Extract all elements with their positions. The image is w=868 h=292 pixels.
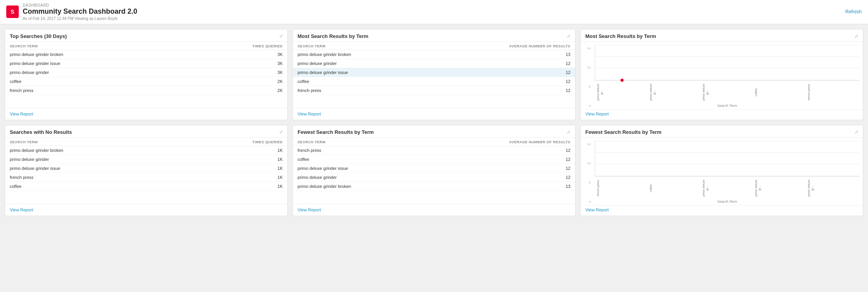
- table-row: french press 12: [293, 146, 575, 155]
- fewest-results-table-header: Fewest Search Results by Term ⤢: [293, 125, 575, 138]
- view-report-link[interactable]: View Report: [298, 207, 321, 212]
- fewest-results-chart-area: 14 10 5 0: [581, 138, 863, 205]
- x-axis-title: Search Term: [595, 200, 860, 204]
- x-label: coffee: [649, 177, 700, 199]
- top-searches-widget: Top Searches (30 Days) ⤢ SEARCH TERM TIM…: [5, 29, 288, 120]
- top-searches-table: SEARCH TERM TIMES QUERIED primo deluxe g…: [5, 42, 287, 95]
- most-results-table: SEARCH TERM AVERAGE NUMBER OF RESULTS pr…: [293, 42, 575, 95]
- expand-icon[interactable]: ⤢: [567, 130, 570, 135]
- fewest-results-chart-footer: View Report: [581, 205, 863, 216]
- x-label: primo deluxe gr...: [807, 177, 858, 199]
- x-labels: french press coffee primo deluxe gr... p…: [595, 177, 860, 199]
- col-times-queried: TIMES QUERIED: [252, 44, 283, 48]
- table-row: coffee 12: [293, 77, 575, 86]
- no-results-header: Searches with No Results ⤢: [5, 125, 287, 138]
- table-row: coffee 12: [293, 155, 575, 164]
- dashboard-grid: Top Searches (30 Days) ⤢ SEARCH TERM TIM…: [0, 24, 868, 221]
- table-row: french press 12: [293, 86, 575, 95]
- y-tick: 14: [587, 142, 591, 146]
- y-tick: 0: [587, 104, 591, 108]
- header-title-block: DASHBOARD Community Search Dashboard 2.0…: [23, 3, 137, 21]
- app-logo: S: [6, 5, 19, 18]
- most-results-table-title: Most Search Results by Term: [298, 33, 368, 39]
- x-label: french press: [596, 177, 647, 199]
- table-row: primo deluxe grinder broken 13: [293, 182, 575, 191]
- table-row: primo deluxe grinder issue 12: [293, 164, 575, 173]
- col-search-term: SEARCH TERM: [298, 140, 326, 144]
- fewest-results-chart-widget: Fewest Search Results by Term ⤢ 14 10 5 …: [580, 125, 863, 216]
- most-results-table-widget: Most Search Results by Term ⤢ SEARCH TER…: [292, 29, 576, 120]
- table-row: primo deluxe grinder 12: [293, 59, 575, 68]
- table-row: primo deluxe grinder 3K: [5, 68, 287, 77]
- top-searches-footer: View Report: [5, 108, 287, 120]
- no-results-title: Searches with No Results: [10, 129, 72, 135]
- header-left: S DASHBOARD Community Search Dashboard 2…: [6, 3, 137, 21]
- table-row: primo deluxe grinder issue 1K: [5, 164, 287, 173]
- x-label: primo deluxe gr...: [702, 177, 753, 199]
- fewest-results-col-headers: SEARCH TERM AVERAGE NUMBER OF RESULTS: [293, 138, 575, 146]
- x-label: coffee: [754, 81, 805, 103]
- top-searches-header: Top Searches (30 Days) ⤢: [5, 29, 287, 42]
- y-tick: 5: [587, 85, 591, 88]
- x-axis-title: Search Term: [595, 104, 860, 108]
- table-row: french press 1K: [5, 173, 287, 182]
- page-meta: As of Feb 14, 2017 11:44 PM Viewing as L…: [23, 16, 137, 21]
- x-label: primo deluxe gr...: [754, 177, 805, 199]
- fewest-results-table-footer: View Report: [293, 204, 575, 216]
- table-row: primo deluxe grinder broken 1K: [5, 146, 287, 155]
- table-row: primo deluxe grinder issue 12: [293, 68, 575, 77]
- table-row: french press 2K: [5, 86, 287, 95]
- most-results-chart-widget: Most Search Results by Term ⤢ 14 10 5 0: [580, 29, 863, 120]
- no-results-widget: Searches with No Results ⤢ SEARCH TERM T…: [5, 125, 288, 216]
- most-results-col-headers: SEARCH TERM AVERAGE NUMBER OF RESULTS: [293, 42, 575, 50]
- page-title: Community Search Dashboard 2.0: [23, 7, 137, 16]
- view-report-link[interactable]: View Report: [298, 112, 321, 116]
- fewest-results-table-widget: Fewest Search Results by Term ⤢ SEARCH T…: [292, 125, 576, 216]
- most-results-chart-title: Most Search Results by Term: [585, 33, 656, 39]
- top-searches-title: Top Searches (30 Days): [10, 33, 67, 39]
- table-row: primo deluxe grinder broken 3K: [5, 50, 287, 59]
- header: S DASHBOARD Community Search Dashboard 2…: [0, 0, 868, 24]
- x-labels: primo deluxe gr... primo deluxe gr... pr…: [595, 81, 860, 103]
- y-tick: 0: [587, 200, 591, 204]
- col-avg-results: AVERAGE NUMBER OF RESULTS: [509, 140, 570, 144]
- fewest-results-table: SEARCH TERM AVERAGE NUMBER OF RESULTS fr…: [293, 138, 575, 191]
- expand-icon[interactable]: ⤢: [279, 34, 283, 39]
- fewest-results-table-title: Fewest Search Results by Term: [298, 129, 374, 135]
- expand-icon[interactable]: ⤢: [855, 34, 858, 39]
- col-search-term: SEARCH TERM: [10, 44, 38, 48]
- no-results-table: SEARCH TERM TIMES QUERIED primo deluxe g…: [5, 138, 287, 191]
- table-row: coffee 1K: [5, 182, 287, 191]
- refresh-button[interactable]: Refresh: [845, 9, 862, 14]
- x-label: primo deluxe gr...: [596, 81, 647, 103]
- col-search-term: SEARCH TERM: [298, 44, 326, 48]
- expand-icon[interactable]: ⤢: [855, 130, 858, 135]
- x-label: primo deluxe gr...: [702, 81, 753, 103]
- view-report-link[interactable]: View Report: [585, 207, 609, 212]
- view-report-link[interactable]: View Report: [585, 112, 609, 116]
- col-search-term: SEARCH TERM: [10, 140, 38, 144]
- view-report-link[interactable]: View Report: [10, 207, 33, 212]
- most-results-table-footer: View Report: [293, 108, 575, 120]
- view-report-link[interactable]: View Report: [10, 112, 33, 116]
- table-row: primo deluxe grinder issue 3K: [5, 59, 287, 68]
- expand-icon[interactable]: ⤢: [279, 130, 283, 135]
- expand-icon[interactable]: ⤢: [567, 34, 570, 39]
- no-results-footer: View Report: [5, 204, 287, 216]
- top-searches-col-headers: SEARCH TERM TIMES QUERIED: [5, 42, 287, 50]
- table-row: primo deluxe grinder 1K: [5, 155, 287, 164]
- most-results-chart-header: Most Search Results by Term ⤢: [581, 29, 863, 42]
- y-tick: 10: [587, 66, 591, 69]
- breadcrumb: DASHBOARD: [23, 3, 137, 7]
- fewest-results-chart-title: Fewest Search Results by Term: [585, 129, 662, 135]
- most-results-chart-area: 14 10 5 0: [581, 42, 863, 109]
- no-results-col-headers: SEARCH TERM TIMES QUERIED: [5, 138, 287, 146]
- most-results-table-header: Most Search Results by Term ⤢: [293, 29, 575, 42]
- col-times-queried: TIMES QUERIED: [252, 140, 283, 144]
- y-tick: 14: [587, 47, 591, 50]
- most-results-chart-footer: View Report: [581, 109, 863, 120]
- table-row: coffee 2K: [5, 77, 287, 86]
- table-row: primo deluxe grinder broken 13: [293, 50, 575, 59]
- col-avg-results: AVERAGE NUMBER OF RESULTS: [509, 44, 570, 48]
- table-row: primo deluxe grinder 12: [293, 173, 575, 182]
